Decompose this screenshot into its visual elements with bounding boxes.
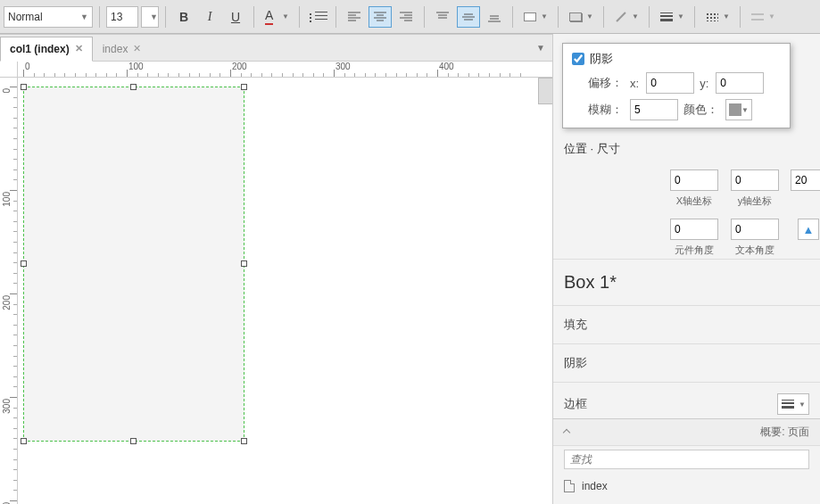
toolbar-separator [99,6,100,28]
x-coord-input[interactable] [670,169,718,191]
border-width-dropdown[interactable]: ▼ [777,393,809,415]
horizontal-ruler: 0100200300400 [18,62,552,78]
toolbar-separator [740,6,741,28]
toolbar-separator [512,6,513,28]
toolbar-separator [165,6,166,28]
paragraph-style-select[interactable]: Normal ▼ [4,6,93,28]
outline-search-row [553,445,820,473]
align-right-button[interactable] [394,6,418,28]
line-swatch-icon [616,12,625,21]
list-icon [311,12,324,22]
chevron-down-icon: ▼ [799,401,806,409]
shadow-title: 阴影 [590,51,613,67]
chevron-down-icon: ▼ [282,12,289,21]
toolbar-separator [335,6,336,28]
width-input[interactable] [791,169,820,191]
chevron-down-icon: ▼ [80,12,88,21]
inspector-panel: 阴影 偏移： x: y: 模糊： 颜色： ▼ 位置 · 尺寸 [552,34,820,504]
collapse-icon [563,428,570,435]
toolbar-separator [694,6,695,28]
shadow-y-input[interactable] [716,72,764,94]
valign-bottom-button[interactable] [483,6,506,28]
shadow-x-label: x: [630,77,639,90]
shadow-color-label: 颜色： [683,102,718,118]
resize-handle-s[interactable] [130,438,137,444]
border-section-header[interactable]: 边框 ▼ [553,382,820,418]
line-pattern-button[interactable]: ▼ [701,6,733,28]
fill-color-button[interactable]: ▼ [519,6,551,28]
line-color-button[interactable]: ▼ [610,6,642,28]
outline-panel-header[interactable]: 概要: 页面 [553,418,820,445]
toolbar-separator [649,6,650,28]
resize-handle-e[interactable] [241,260,247,267]
valign-top-button[interactable] [431,6,454,28]
widget-name-label[interactable]: Box 1* [553,259,820,305]
font-size-select[interactable]: 13 [106,6,138,28]
canvas-area: col1 (index) ✕ index ✕ ▼ 0100200300400 0… [0,34,552,504]
resize-handle-w[interactable] [21,260,27,267]
chevron-down-icon: ▼ [741,106,749,114]
outline-search-input[interactable] [564,450,809,469]
shadow-color-swatch-icon [729,103,741,116]
flip-horizontal-button[interactable]: ▲ [798,219,819,240]
x-coord-label: X轴坐标 [676,194,712,208]
font-size-dropdown[interactable]: ▼ [141,6,159,28]
outer-shadow-button[interactable]: ▼ [565,6,597,28]
line-width-icon [660,12,673,21]
chevron-down-icon: ▼ [768,12,775,21]
tab-index[interactable]: index ✕ [93,37,152,62]
outline-item-label: index [582,480,608,492]
close-icon[interactable]: ✕ [75,43,83,54]
outline-title: 概要: 页面 [760,425,809,440]
shadow-blur-input[interactable] [630,99,678,120]
paragraph-style-value: Normal [8,11,43,23]
shadow-x-input[interactable] [646,72,694,94]
tab-col1-index[interactable]: col1 (index) ✕ [0,37,93,62]
resize-handle-ne[interactable] [241,84,247,90]
tabs-overflow-button[interactable]: ▼ [536,43,545,53]
shadow-swatch-icon [569,12,582,21]
line-width-button[interactable]: ▼ [656,6,688,28]
align-center-button[interactable] [369,6,392,28]
resize-handle-se[interactable] [241,438,247,444]
outline-item-index[interactable]: index [553,473,820,500]
bold-button[interactable]: B [172,6,195,28]
align-left-button[interactable] [343,6,366,28]
shadow-enable-checkbox[interactable] [572,53,584,65]
chevron-down-icon: ▼ [723,12,730,21]
italic-button[interactable]: I [198,6,221,28]
line-pattern-icon [706,12,718,21]
text-rotation-input[interactable] [731,219,779,240]
y-coord-input[interactable] [731,169,779,191]
toolbar-separator [558,6,559,28]
shadow-y-label: y: [700,77,708,90]
vertical-scrollbar-thumb[interactable] [538,78,552,104]
chevron-down-icon: ▼ [541,12,548,21]
tab-label: index [103,43,128,55]
shadow-color-picker[interactable]: ▼ [725,99,752,120]
bulleted-list-button[interactable] [306,6,329,28]
tab-label: col1 (index) [10,43,70,55]
close-icon[interactable]: ✕ [133,43,141,54]
selected-widget-box[interactable] [23,87,244,442]
flip-horizontal-icon: ▲ [803,223,815,236]
valign-middle-button[interactable] [457,6,480,28]
widget-rotation-input[interactable] [670,219,718,240]
resize-handle-sw[interactable] [21,438,27,444]
chevron-down-icon: ▼ [150,12,158,21]
formatting-toolbar: Normal ▼ 13 ▼ B I U A ▼ ▼ ▼ ▼ ▼ ▼ ▼ [0,0,820,34]
shadow-section-header[interactable]: 阴影 [553,343,820,382]
font-color-button[interactable]: A ▼ [261,6,293,28]
resize-handle-n[interactable] [130,84,137,90]
fill-section-header[interactable]: 填充 [553,305,820,343]
fill-swatch-icon [524,12,536,21]
toolbar-separator [603,6,604,28]
underline-button[interactable]: U [224,6,247,28]
resize-handle-nw[interactable] [21,84,27,90]
arrow-style-button[interactable]: ▼ [747,6,779,28]
y-coord-label: y轴坐标 [738,194,773,208]
border-label: 边框 [564,396,587,412]
page-tabs: col1 (index) ✕ index ✕ ▼ [0,35,552,62]
design-canvas[interactable] [18,78,552,504]
ruler-corner [0,62,18,78]
